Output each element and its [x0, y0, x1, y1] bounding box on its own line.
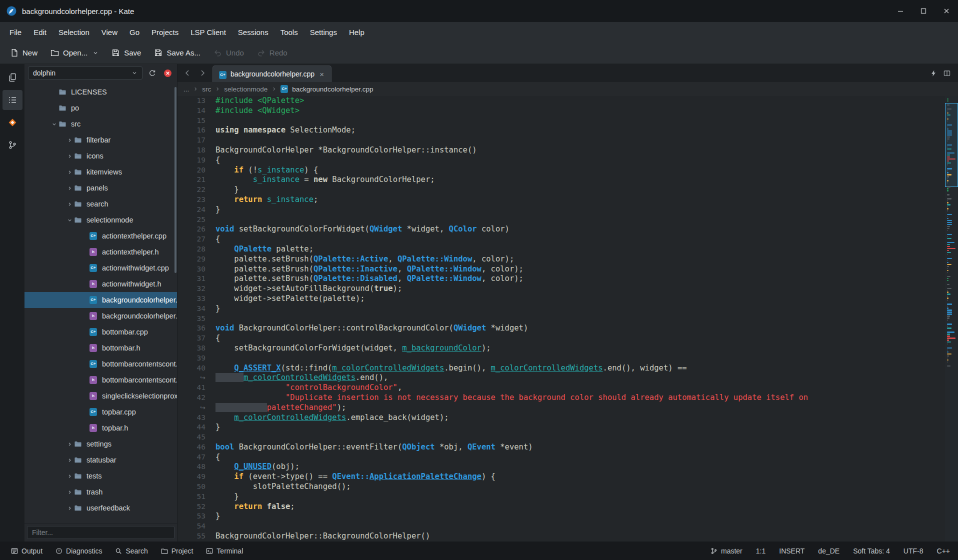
editor[interactable]: 13#include <QPalette>14#include <QWidget… [178, 96, 958, 542]
statusbar-terminal-button[interactable]: Terminal [201, 544, 248, 558]
statusbar-search-button[interactable]: Search [110, 544, 152, 558]
menu-file[interactable]: File [4, 25, 27, 40]
tree-item-bottombarcontentscont[interactable]: C+bottombarcontentscont... [24, 356, 177, 372]
tree-item-licenses[interactable]: LICENSES [24, 84, 177, 100]
code-line-text[interactable]: s_instance = new BackgroundColorHelper; [212, 175, 958, 185]
code-line-text[interactable] [212, 354, 958, 364]
breadcrumb-file[interactable]: backgroundcolorhelper.cpp [292, 86, 373, 93]
statusbar-output-button[interactable]: Output [6, 544, 48, 558]
tree-item-trash[interactable]: trash [24, 484, 177, 500]
tab-close-icon[interactable]: × [318, 70, 325, 78]
line-number[interactable]: 48 [178, 462, 212, 472]
line-number[interactable]: 39 [178, 354, 212, 364]
code-line-text[interactable]: "Duplicate insertion is not necessary be… [212, 393, 958, 403]
open-button[interactable]: Open... [46, 45, 104, 60]
line-number[interactable]: 34 [178, 304, 212, 314]
code-line-text[interactable]: "controlBackgroundColor", [212, 383, 958, 393]
code-line-text[interactable]: palette.setBrush(QPalette::Disabled, QPa… [212, 274, 958, 284]
tree-item-tests[interactable]: tests [24, 468, 177, 484]
code-line-text[interactable]: if (!s_instance) { [212, 166, 958, 176]
code-line-text[interactable]: { [212, 452, 958, 462]
chevron-right-icon[interactable] [65, 186, 74, 191]
code-line-text[interactable]: { [212, 156, 958, 166]
line-number[interactable]: 43 [178, 413, 212, 423]
tree-scrollbar[interactable] [174, 87, 176, 273]
code-line-text[interactable]: Q_ASSERT_X(std::find(m_colorControlledWi… [212, 364, 958, 374]
statusbar-diagnostics-button[interactable]: Diagnostics [50, 544, 107, 558]
chevron-right-icon[interactable] [65, 170, 74, 175]
line-number[interactable]: 16 [178, 126, 212, 136]
line-number[interactable]: 26 [178, 224, 212, 234]
line-number[interactable]: 29 [178, 254, 212, 264]
breadcrumb-ellipsis[interactable]: ... [184, 86, 189, 93]
chevron-right-icon[interactable] [65, 490, 74, 495]
wrap-marker-icon[interactable]: ↪ [178, 373, 212, 383]
line-number[interactable]: 27 [178, 234, 212, 244]
tab-forward-button[interactable] [196, 66, 210, 80]
code-line-text[interactable]: m_colorControlledWidgets.end(), [212, 373, 958, 383]
code-line-text[interactable]: { [212, 234, 958, 244]
line-number[interactable]: 17 [178, 136, 212, 146]
statusbar-input-mode[interactable]: INSERT [779, 547, 804, 555]
tree-item-kitemviews[interactable]: kitemviews [24, 164, 177, 180]
tree-item-settings[interactable]: settings [24, 436, 177, 452]
chevron-right-icon[interactable] [65, 202, 74, 207]
code-line-text[interactable]: #include <QWidget> [212, 106, 958, 116]
menu-lsp-client[interactable]: LSP Client [185, 25, 232, 40]
line-number[interactable]: 40 [178, 364, 212, 374]
tree-item-singleclickselectionproxy[interactable]: hsingleclickselectionproxy... [24, 388, 177, 404]
code-line-text[interactable]: return s_instance; [212, 195, 958, 205]
code-line-text[interactable]: #include <QPalette> [212, 96, 958, 106]
code-line-text[interactable]: { [212, 334, 958, 344]
tree-item-bottombarcontentscont[interactable]: hbottombarcontentscont... [24, 372, 177, 388]
code-line-text[interactable]: widget->setAutoFillBackground(true); [212, 284, 958, 294]
line-number[interactable]: 41 [178, 383, 212, 393]
sidebar-symbols-button[interactable] [2, 112, 22, 132]
tree-item-statusbar[interactable]: statusbar [24, 452, 177, 468]
statusbar-tab-settings[interactable]: Soft Tabs: 4 [853, 547, 890, 555]
chevron-right-icon[interactable] [65, 154, 74, 159]
tree-item-filterbar[interactable]: filterbar [24, 132, 177, 148]
save-button[interactable]: Save [106, 45, 146, 60]
tree-item-userfeedback[interactable]: userfeedback [24, 500, 177, 516]
minimap[interactable] [945, 96, 958, 542]
line-number[interactable]: 38 [178, 344, 212, 354]
menu-view[interactable]: View [96, 25, 123, 40]
code-line-text[interactable]: } [212, 422, 958, 432]
code-line-text[interactable]: Q_UNUSED(obj); [212, 462, 958, 472]
line-number[interactable]: 25 [178, 215, 212, 225]
line-number[interactable]: 47 [178, 452, 212, 462]
line-number[interactable]: 31 [178, 274, 212, 284]
tree-item-backgroundcolorhelper-h[interactable]: hbackgroundcolorhelper.h [24, 308, 177, 324]
chevron-down-icon[interactable] [50, 122, 58, 127]
tree-item-bottombar-cpp[interactable]: C+bottombar.cpp [24, 324, 177, 340]
line-number[interactable]: 19 [178, 156, 212, 166]
line-number[interactable]: 14 [178, 106, 212, 116]
line-number[interactable]: 24 [178, 205, 212, 215]
close-project-button[interactable] [162, 67, 174, 79]
tree-item-actionwithwidget-h[interactable]: hactionwithwidget.h [24, 276, 177, 292]
split-view-icon[interactable] [943, 70, 951, 77]
menu-settings[interactable]: Settings [304, 25, 342, 40]
code-line-text[interactable]: BackgroundColorHelper::BackgroundColorHe… [212, 532, 958, 542]
line-number[interactable]: 35 [178, 314, 212, 324]
code-line-text[interactable]: palette.setBrush(QPalette::Active, QPale… [212, 254, 958, 264]
chevron-right-icon[interactable] [65, 506, 74, 511]
line-number[interactable]: 22 [178, 185, 212, 195]
chevron-right-icon[interactable] [65, 458, 74, 463]
statusbar-encoding[interactable]: UTF-8 [904, 547, 924, 555]
tree-item-panels[interactable]: panels [24, 180, 177, 196]
tree-item-backgroundcolorhelper-c[interactable]: C+backgroundcolorhelper.c... [24, 292, 177, 308]
code-line-text[interactable]: slotPaletteChanged(); [212, 482, 958, 492]
code-line-text[interactable]: paletteChanged"); [212, 403, 958, 413]
menu-go[interactable]: Go [124, 25, 145, 40]
breadcrumb-selectionmode[interactable]: selectionmode [224, 86, 268, 93]
code-line-text[interactable] [212, 432, 958, 442]
line-number[interactable]: 42 [178, 393, 212, 403]
code-line-text[interactable]: palette.setBrush(QPalette::Inactive, QPa… [212, 264, 958, 274]
project-selector[interactable]: dolphin [28, 66, 142, 80]
line-number[interactable]: 32 [178, 284, 212, 294]
tree-item-selectionmode[interactable]: selectionmode [24, 212, 177, 228]
line-number[interactable]: 13 [178, 96, 212, 106]
code-line-text[interactable]: bool BackgroundColorHelper::eventFilter(… [212, 442, 958, 452]
